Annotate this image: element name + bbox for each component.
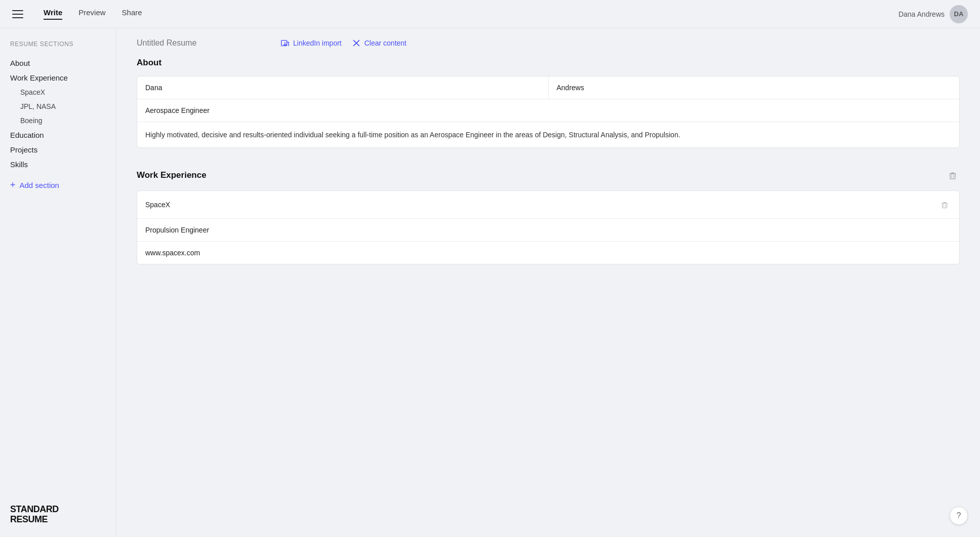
work-experience-section-header: Work Experience bbox=[137, 168, 960, 182]
website-cell[interactable]: www.spacex.com bbox=[137, 242, 959, 264]
clear-content-label: Clear content bbox=[364, 39, 406, 47]
role-cell[interactable]: Propulsion Engineer bbox=[137, 219, 959, 241]
sidebar: Resume sections About Work Experience Sp… bbox=[0, 28, 116, 537]
hamburger-menu[interactable] bbox=[12, 10, 23, 18]
summary-row: Highly motivated, decisive and results-o… bbox=[137, 122, 959, 147]
nav-tabs: Write Preview Share bbox=[44, 8, 899, 20]
sidebar-item-education[interactable]: Education bbox=[10, 128, 116, 142]
work-experience-form-card: SpaceX bbox=[137, 190, 960, 264]
svg-rect-3 bbox=[950, 174, 955, 179]
linkedin-import-label: LinkedIn import bbox=[293, 39, 342, 47]
sidebar-title: Resume sections bbox=[10, 41, 116, 48]
trash-icon bbox=[948, 170, 958, 180]
sidebar-item-skills[interactable]: Skills bbox=[10, 157, 116, 172]
resume-form: About Dana Andrews Aerospace Engineer Hi… bbox=[116, 58, 980, 264]
add-section-button[interactable]: + Add section bbox=[10, 180, 116, 190]
logo: STANDARD RESUME bbox=[10, 505, 116, 525]
logo-line1: STANDARD bbox=[10, 505, 116, 515]
plus-icon: + bbox=[10, 180, 16, 190]
role-row: Propulsion Engineer bbox=[137, 219, 959, 242]
x-icon bbox=[352, 39, 361, 48]
job-title-cell[interactable]: Aerospace Engineer bbox=[137, 99, 959, 122]
about-section-header: About bbox=[137, 58, 960, 68]
company-name[interactable]: SpaceX bbox=[145, 201, 170, 209]
sidebar-item-about[interactable]: About bbox=[10, 56, 116, 70]
last-name-cell[interactable]: Andrews bbox=[549, 76, 960, 99]
sidebar-item-projects[interactable]: Projects bbox=[10, 142, 116, 157]
user-name: Dana Andrews bbox=[899, 10, 945, 18]
layout: Resume sections About Work Experience Sp… bbox=[0, 28, 980, 537]
resume-title-input[interactable] bbox=[137, 39, 268, 48]
work-experience-section: Work Experience Space bbox=[137, 168, 960, 264]
delete-work-experience-button[interactable] bbox=[946, 168, 960, 182]
trash-icon-spacex bbox=[940, 200, 949, 209]
svg-rect-6 bbox=[943, 204, 947, 208]
first-name-cell[interactable]: Dana bbox=[137, 76, 549, 99]
clear-content-button[interactable]: Clear content bbox=[352, 39, 406, 48]
sidebar-item-spacex[interactable]: SpaceX bbox=[10, 85, 116, 99]
user-area: Dana Andrews DA bbox=[899, 5, 968, 23]
delete-spacex-button[interactable] bbox=[938, 198, 951, 211]
sidebar-item-work-experience[interactable]: Work Experience bbox=[10, 70, 116, 85]
linkedin-icon bbox=[280, 39, 290, 48]
name-row: Dana Andrews bbox=[137, 76, 959, 99]
about-section-title: About bbox=[137, 58, 161, 68]
resume-actions: LinkedIn import Clear content bbox=[280, 39, 406, 48]
job-title-row: Aerospace Engineer bbox=[137, 99, 959, 122]
linkedin-import-button[interactable]: LinkedIn import bbox=[280, 39, 342, 48]
help-button[interactable]: ? bbox=[950, 507, 968, 525]
main-content: LinkedIn import Clear content About bbox=[116, 28, 980, 537]
tab-write[interactable]: Write bbox=[44, 8, 62, 20]
avatar[interactable]: DA bbox=[950, 5, 968, 23]
summary-cell[interactable]: Highly motivated, decisive and results-o… bbox=[137, 122, 959, 147]
about-form-card: Dana Andrews Aerospace Engineer Highly m… bbox=[137, 76, 960, 148]
company-cell: SpaceX bbox=[137, 191, 959, 218]
sidebar-item-boeing[interactable]: Boeing bbox=[10, 113, 116, 128]
tab-preview[interactable]: Preview bbox=[78, 8, 105, 20]
top-nav: Write Preview Share Dana Andrews DA bbox=[0, 0, 980, 28]
logo-line2: RESUME bbox=[10, 515, 116, 525]
about-section: About Dana Andrews Aerospace Engineer Hi… bbox=[137, 58, 960, 148]
add-section-label: Add section bbox=[20, 181, 59, 189]
work-experience-section-title: Work Experience bbox=[137, 170, 207, 180]
tab-share[interactable]: Share bbox=[122, 8, 142, 20]
sidebar-item-jpl-nasa[interactable]: JPL, NASA bbox=[10, 99, 116, 113]
website-row: www.spacex.com bbox=[137, 242, 959, 264]
resume-header: LinkedIn import Clear content bbox=[116, 28, 980, 58]
company-row: SpaceX bbox=[137, 191, 959, 219]
